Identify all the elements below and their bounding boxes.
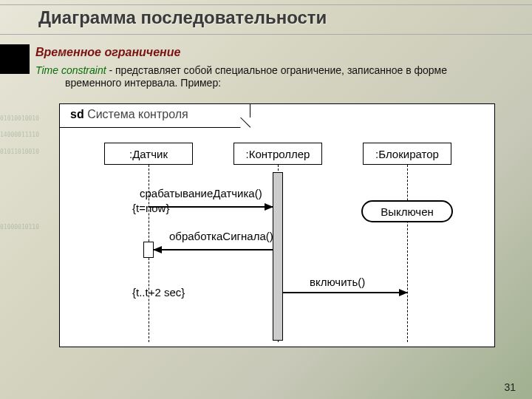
- section-heading: Временное ограничение: [35, 46, 523, 59]
- decorative-square: [0, 44, 30, 74]
- message-3-arrow: [283, 292, 407, 293]
- lifeline-sensor: :Датчик: [104, 143, 193, 165]
- lifeline-blocker: :Блокиратор: [363, 143, 451, 165]
- definition-line: Time constraint - представляет собой спе…: [35, 64, 523, 77]
- frame-kind: sd: [70, 108, 84, 120]
- message-1-arrow: [149, 206, 273, 208]
- content: Временное ограничение Time constraint - …: [35, 46, 523, 89]
- frame-label: sd Система контроля: [60, 104, 250, 128]
- execution-controller: [273, 172, 283, 341]
- message-3-label: включить(): [310, 276, 365, 288]
- constraint-2: {t..t+2 sec}: [132, 286, 185, 299]
- message-1-label: срабатываниеДатчика(): [140, 187, 262, 200]
- message-2-arrow: [154, 249, 273, 250]
- constraint-1: {t=now}: [132, 202, 169, 214]
- desc-line2: временного интервала. Пример:: [65, 77, 523, 89]
- lifeline-dash-3: [407, 165, 408, 342]
- page-title: Диаграмма последовательности: [38, 7, 327, 28]
- page-number: 31: [504, 381, 516, 393]
- sequence-diagram: sd Система контроля :Датчик :Контроллер …: [59, 103, 495, 347]
- state-off: Выключен: [361, 200, 453, 222]
- lifeline-controller: :Контроллер: [233, 143, 322, 165]
- execution-sensor: [143, 242, 154, 258]
- term: Time constraint: [35, 64, 106, 76]
- message-2-label: обработкаСигнала(): [169, 230, 273, 242]
- desc-line1: - представляет собой специальное огранич…: [106, 64, 447, 76]
- frame-name: Система контроля: [87, 108, 188, 120]
